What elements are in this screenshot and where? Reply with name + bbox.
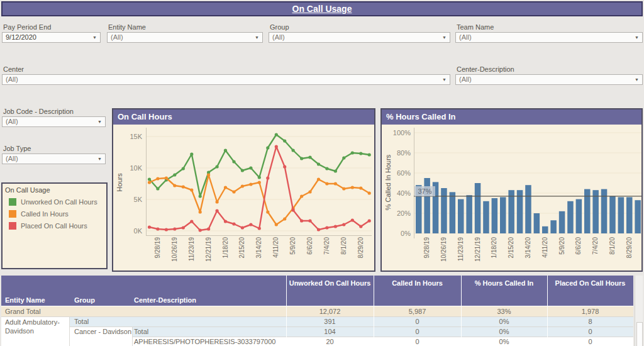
bar[interactable] bbox=[626, 197, 633, 233]
data-point[interactable] bbox=[199, 228, 202, 232]
group-dropdown[interactable]: (All) ▼ bbox=[269, 32, 450, 43]
data-point[interactable] bbox=[156, 227, 159, 230]
center-description-cell[interactable]: APHERESIS/PHOTOPHERESIS-3033797000 bbox=[134, 337, 275, 346]
data-point[interactable] bbox=[224, 148, 227, 152]
team-name-dropdown[interactable]: (All) ▼ bbox=[455, 32, 643, 43]
data-point[interactable] bbox=[182, 185, 185, 188]
data-point[interactable] bbox=[232, 190, 235, 193]
bar[interactable] bbox=[525, 185, 531, 233]
data-point[interactable] bbox=[359, 186, 362, 189]
data-point[interactable] bbox=[300, 157, 303, 160]
data-point[interactable] bbox=[199, 210, 202, 213]
bar[interactable] bbox=[500, 197, 506, 233]
data-point[interactable] bbox=[308, 190, 311, 193]
data-point[interactable] bbox=[258, 176, 261, 179]
bar[interactable] bbox=[609, 196, 616, 233]
job-code-description-dropdown[interactable]: (All) ▼ bbox=[2, 116, 106, 127]
data-point[interactable] bbox=[173, 173, 176, 176]
data-point[interactable] bbox=[190, 188, 193, 191]
bar[interactable] bbox=[559, 211, 565, 233]
pay-period-end-dropdown[interactable]: 9/12/2020 ▼ bbox=[2, 32, 101, 43]
data-point[interactable] bbox=[342, 156, 345, 159]
bar[interactable] bbox=[618, 197, 625, 233]
data-point[interactable] bbox=[216, 200, 219, 203]
bar[interactable] bbox=[601, 189, 608, 233]
data-point[interactable] bbox=[207, 173, 210, 176]
data-point[interactable] bbox=[182, 167, 185, 170]
bar[interactable] bbox=[567, 201, 574, 233]
entity-name-dropdown[interactable]: (All) ▼ bbox=[107, 32, 263, 43]
data-point[interactable] bbox=[266, 146, 269, 149]
data-point[interactable] bbox=[300, 194, 303, 198]
center-dropdown[interactable]: (All) ▼ bbox=[2, 74, 450, 85]
data-point[interactable] bbox=[334, 182, 337, 185]
data-point[interactable] bbox=[342, 187, 345, 190]
data-point[interactable] bbox=[224, 220, 227, 223]
data-point[interactable] bbox=[249, 166, 252, 169]
data-point[interactable] bbox=[156, 187, 159, 190]
bar[interactable] bbox=[534, 213, 540, 233]
bar[interactable] bbox=[517, 190, 523, 233]
legend-item-unworked[interactable]: Unworked On Call Hours bbox=[3, 196, 106, 208]
data-point[interactable] bbox=[165, 228, 168, 231]
bar[interactable] bbox=[492, 198, 498, 233]
data-point[interactable] bbox=[199, 194, 202, 198]
data-point[interactable] bbox=[148, 181, 151, 184]
data-point[interactable] bbox=[173, 184, 176, 187]
data-point[interactable] bbox=[275, 223, 278, 226]
scrollbar-thumb[interactable] bbox=[636, 322, 643, 346]
table-scrollbar[interactable] bbox=[635, 276, 643, 346]
bar[interactable] bbox=[584, 189, 591, 233]
data-point[interactable] bbox=[148, 225, 151, 228]
bar[interactable] bbox=[483, 201, 489, 233]
data-point[interactable] bbox=[156, 177, 159, 180]
data-point[interactable] bbox=[173, 227, 176, 230]
data-point[interactable] bbox=[351, 218, 354, 221]
data-point[interactable] bbox=[148, 177, 151, 181]
bar[interactable] bbox=[550, 220, 557, 233]
data-point[interactable] bbox=[351, 186, 354, 189]
data-point[interactable] bbox=[283, 139, 286, 142]
data-point[interactable] bbox=[292, 148, 295, 152]
bar[interactable] bbox=[542, 226, 548, 233]
bar[interactable] bbox=[441, 188, 447, 233]
data-point[interactable] bbox=[275, 145, 278, 148]
data-point[interactable] bbox=[342, 223, 345, 226]
data-point[interactable] bbox=[300, 219, 303, 222]
bar[interactable] bbox=[475, 183, 481, 233]
bar[interactable] bbox=[635, 200, 641, 233]
center-description-dropdown[interactable]: (All) ▼ bbox=[455, 74, 643, 85]
data-point[interactable] bbox=[283, 165, 286, 168]
data-point[interactable] bbox=[241, 169, 244, 172]
data-point[interactable] bbox=[325, 226, 328, 229]
bar[interactable] bbox=[458, 199, 464, 233]
data-point[interactable] bbox=[359, 152, 362, 155]
data-point[interactable] bbox=[165, 176, 168, 179]
data-point[interactable] bbox=[266, 176, 269, 179]
data-point[interactable] bbox=[258, 181, 261, 184]
data-point[interactable] bbox=[292, 208, 295, 211]
data-point[interactable] bbox=[334, 225, 337, 228]
data-point[interactable] bbox=[308, 219, 311, 222]
data-point[interactable] bbox=[368, 153, 371, 156]
data-point[interactable] bbox=[182, 226, 185, 229]
data-point[interactable] bbox=[308, 155, 311, 159]
data-point[interactable] bbox=[241, 226, 244, 229]
data-point[interactable] bbox=[275, 133, 278, 136]
data-point[interactable] bbox=[241, 184, 244, 187]
data-point[interactable] bbox=[368, 219, 371, 222]
bar[interactable] bbox=[450, 192, 456, 233]
data-point[interactable] bbox=[351, 151, 354, 154]
data-point[interactable] bbox=[317, 162, 320, 165]
legend-item-placed[interactable]: Placed On Call Hours bbox=[3, 220, 106, 232]
bar[interactable] bbox=[576, 199, 582, 233]
job-type-dropdown[interactable]: (All) ▼ bbox=[2, 153, 106, 164]
data-point[interactable] bbox=[334, 169, 337, 172]
bar[interactable] bbox=[508, 190, 514, 233]
data-point[interactable] bbox=[359, 225, 362, 228]
data-point[interactable] bbox=[249, 223, 252, 226]
data-point[interactable] bbox=[207, 227, 210, 230]
bar[interactable] bbox=[466, 195, 472, 233]
data-point[interactable] bbox=[232, 222, 235, 225]
data-point[interactable] bbox=[216, 209, 219, 212]
